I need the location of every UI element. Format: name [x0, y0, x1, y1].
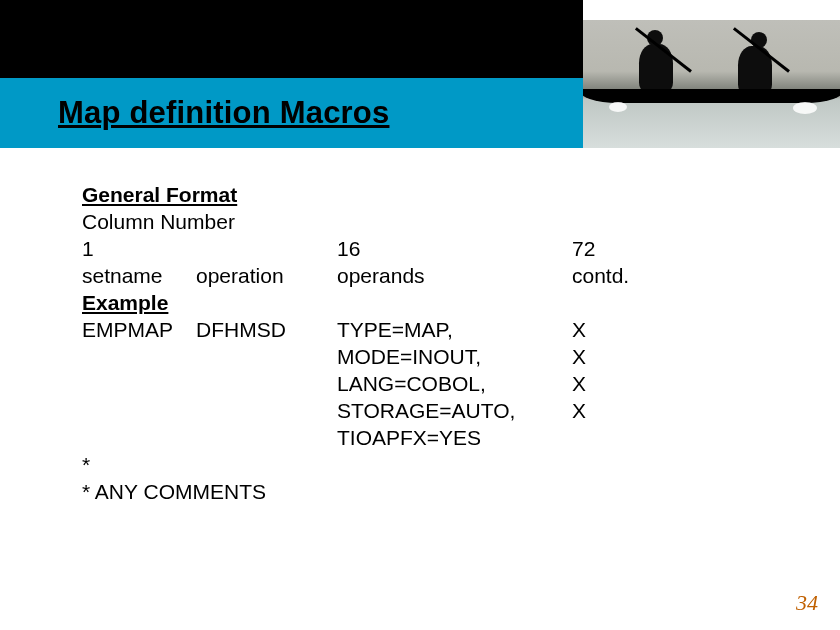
example-contd-3: X	[572, 397, 586, 424]
example-operand-2: LANG=COBOL,	[337, 370, 572, 397]
comment-line: * ANY COMMENTS	[82, 478, 266, 505]
example-operation: DFHMSD	[196, 316, 337, 343]
slide-header: Map definition Macros	[0, 0, 840, 148]
example-contd-2: X	[572, 370, 586, 397]
comment-star: *	[82, 451, 90, 478]
slide-body: General Format Column Number 1 16 72 set…	[82, 181, 782, 505]
col1-header-operation: operation	[196, 262, 337, 289]
header-black-bar	[0, 0, 583, 78]
example-operand-1: MODE=INOUT,	[337, 343, 572, 370]
example-operand-3: STORAGE=AUTO,	[337, 397, 572, 424]
example-label: Example	[82, 289, 168, 316]
example-operand-4: TIOAPFX=YES	[337, 424, 572, 451]
col2-header-operands: operands	[337, 262, 572, 289]
example-contd-0: X	[572, 316, 586, 343]
col2-number: 16	[337, 235, 572, 262]
header-teal-bar: Map definition Macros	[0, 78, 583, 148]
col1-header-setname: setname	[82, 262, 196, 289]
col3-number: 72	[572, 235, 595, 262]
column-number-label: Column Number	[82, 208, 235, 235]
general-format-label: General Format	[82, 181, 237, 208]
example-contd-1: X	[572, 343, 586, 370]
col1-number: 1	[82, 235, 337, 262]
slide-title: Map definition Macros	[58, 95, 389, 131]
header-image	[583, 20, 840, 148]
example-operand-0: TYPE=MAP,	[337, 316, 572, 343]
col3-header-contd: contd.	[572, 262, 629, 289]
page-number: 34	[796, 590, 818, 616]
example-setname: EMPMAP	[82, 316, 196, 343]
